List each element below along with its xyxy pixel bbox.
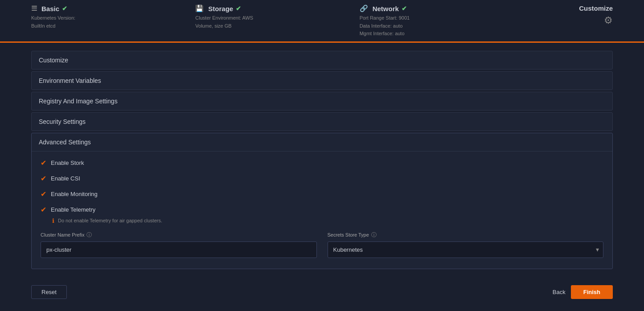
stork-label: Enable Stork	[51, 160, 84, 166]
accordion-registry[interactable]: Registry And Image Settings	[31, 92, 613, 110]
step-network[interactable]: 🔗 Network ✔ Port Range Start: 9001 Data …	[360, 4, 524, 38]
wizard-steps: ☰ Basic ✔ Kubernetes Version: BuiltIn et…	[0, 0, 644, 43]
customize-title: Customize	[579, 4, 613, 12]
telemetry-warning-row: ℹ Do not enable Telemetry for air gapped…	[52, 217, 603, 224]
fields-row: Cluster Name Prefix ⓘ Secrets Store Type…	[41, 231, 603, 258]
accordion-env-vars[interactable]: Environment Variables	[31, 71, 613, 90]
secrets-store-type-info-icon: ⓘ	[371, 231, 377, 239]
accordion-advanced[interactable]: Advanced Settings ✔ Enable Stork ✔ Enabl…	[31, 133, 613, 269]
storage-icon: 💾	[195, 4, 204, 12]
step-network-details: Port Range Start: 9001 Data Interface: a…	[360, 14, 524, 38]
cluster-name-prefix-group: Cluster Name Prefix ⓘ	[41, 231, 317, 258]
monitoring-check-icon: ✔	[41, 190, 46, 198]
cluster-name-prefix-info-icon: ⓘ	[86, 231, 92, 239]
accordion-advanced-header[interactable]: Advanced Settings	[32, 133, 612, 151]
main-content: Customize Environment Variables Registry…	[0, 43, 644, 269]
step-network-check: ✔	[402, 5, 407, 12]
step-storage-check: ✔	[236, 5, 241, 12]
step-basic-label: Basic	[41, 5, 59, 12]
accordion-security-header[interactable]: Security Settings	[32, 113, 612, 131]
step-network-label: Network	[373, 5, 399, 12]
enable-csi-row[interactable]: ✔ Enable CSI	[41, 174, 603, 183]
enable-stork-row[interactable]: ✔ Enable Stork	[41, 159, 603, 167]
accordion-registry-header[interactable]: Registry And Image Settings	[32, 92, 612, 110]
enable-monitoring-row[interactable]: ✔ Enable Monitoring	[41, 190, 603, 198]
accordion-security[interactable]: Security Settings	[31, 112, 613, 131]
secrets-store-type-label: Secrets Store Type ⓘ	[328, 231, 604, 239]
monitoring-label: Enable Monitoring	[51, 191, 98, 197]
accordion-advanced-content: ✔ Enable Stork ✔ Enable CSI ✔ Enable Mon…	[32, 151, 612, 269]
back-button[interactable]: Back	[553, 289, 566, 295]
accordion-customize[interactable]: Customize	[31, 51, 613, 70]
telemetry-warning-icon: ℹ	[52, 217, 54, 224]
step-storage-details: Cluster Environment: AWS Volume, size GB	[195, 14, 359, 30]
reset-button[interactable]: Reset	[31, 285, 67, 299]
enable-telemetry-row[interactable]: ✔ Enable Telemetry	[41, 205, 603, 214]
secrets-store-type-select[interactable]: Kubernetes AWS KMS HashiCorp Vault Azure…	[328, 241, 604, 258]
telemetry-label: Enable Telemetry	[51, 206, 95, 213]
cluster-name-prefix-label: Cluster Name Prefix ⓘ	[41, 231, 317, 239]
csi-label: Enable CSI	[51, 175, 80, 182]
network-icon: 🔗	[360, 4, 368, 12]
accordion-customize-header[interactable]: Customize	[32, 51, 612, 69]
accordion-env-vars-header[interactable]: Environment Variables	[32, 72, 612, 90]
basic-icon: ☰	[31, 4, 37, 12]
bottom-bar: Reset Back Finish	[0, 278, 644, 306]
gear-icon-wrap: ⚙	[604, 15, 613, 26]
nav-buttons: Back Finish	[553, 285, 613, 299]
step-basic-check: ✔	[62, 5, 67, 12]
step-storage-label: Storage	[208, 5, 233, 12]
finish-button[interactable]: Finish	[571, 285, 613, 299]
telemetry-warning-text: Do not enable Telemetry for air gapped c…	[58, 218, 162, 223]
step-customize[interactable]: Customize ⚙	[524, 4, 613, 26]
cluster-name-prefix-input[interactable]	[41, 241, 317, 258]
secrets-store-type-select-wrap: Kubernetes AWS KMS HashiCorp Vault Azure…	[328, 241, 604, 258]
step-storage[interactable]: 💾 Storage ✔ Cluster Environment: AWS Vol…	[195, 4, 359, 30]
telemetry-check-icon: ✔	[41, 205, 46, 214]
gear-icon: ⚙	[604, 15, 613, 26]
secrets-store-type-group: Secrets Store Type ⓘ Kubernetes AWS KMS …	[328, 231, 604, 258]
csi-check-icon: ✔	[41, 174, 46, 183]
step-basic-details: Kubernetes Version: BuiltIn etcd	[31, 14, 195, 30]
stork-check-icon: ✔	[41, 159, 46, 167]
step-basic[interactable]: ☰ Basic ✔ Kubernetes Version: BuiltIn et…	[31, 4, 195, 30]
